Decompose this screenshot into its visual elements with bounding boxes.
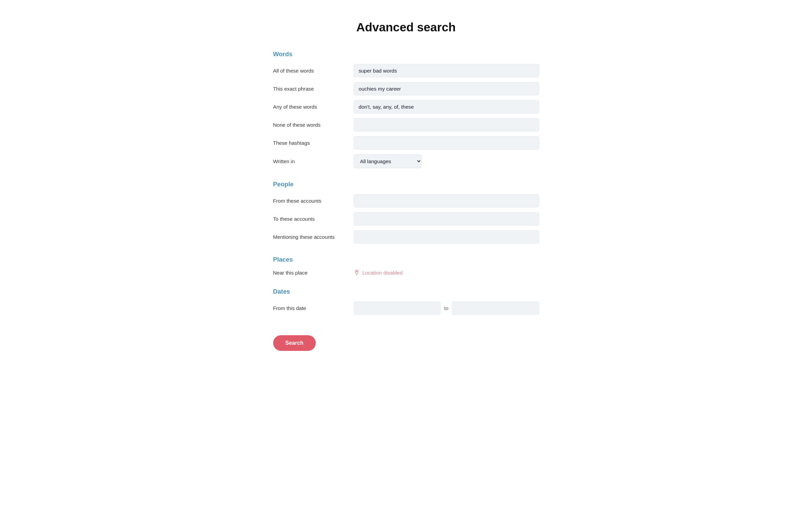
date-separator: to [444,305,448,311]
to-these-accounts-label: To these accounts [273,216,348,222]
places-section: Places Near this place Location disabled [273,256,539,275]
dates-section-heading: Dates [273,288,539,295]
all-of-these-words-label: All of these words [273,68,348,74]
date-from-input[interactable] [354,301,441,315]
to-these-accounts-row: To these accounts [273,212,539,226]
these-hashtags-input[interactable] [354,136,539,150]
from-these-accounts-input[interactable] [354,194,539,208]
near-this-place-label: Near this place [273,270,348,275]
from-this-date-row: From this date to [273,301,539,315]
written-in-select[interactable]: All languages English Spanish French Ger… [354,154,422,168]
words-section: Words All of these words This exact phra… [273,50,539,168]
location-disabled-indicator: Location disabled [354,269,403,275]
all-of-these-words-row: All of these words [273,64,539,77]
all-of-these-words-input[interactable] [354,64,539,77]
written-in-row: Written in All languages English Spanish… [273,154,539,168]
any-of-these-words-row: Any of these words [273,100,539,114]
this-exact-phrase-label: This exact phrase [273,86,348,92]
any-of-these-words-label: Any of these words [273,104,348,110]
near-this-place-row: Near this place Location disabled [273,269,539,275]
none-of-these-words-input[interactable] [354,118,539,132]
from-these-accounts-row: From these accounts [273,194,539,208]
these-hashtags-row: These hashtags [273,136,539,150]
words-section-heading: Words [273,50,539,58]
from-this-date-label: From this date [273,305,348,311]
any-of-these-words-input[interactable] [354,100,539,114]
location-pin-icon [354,269,360,275]
mentioning-these-accounts-label: Mentioning these accounts [273,234,348,240]
people-section-heading: People [273,181,539,188]
date-to-input[interactable] [452,301,539,315]
this-exact-phrase-input[interactable] [354,82,539,95]
dates-section: Dates From this date to [273,288,539,315]
page-title: Advanced search [273,20,539,34]
these-hashtags-label: These hashtags [273,140,348,146]
search-button[interactable]: Search [273,335,316,351]
written-in-label: Written in [273,159,348,164]
mentioning-these-accounts-input[interactable] [354,230,539,244]
from-these-accounts-label: From these accounts [273,198,348,204]
to-these-accounts-input[interactable] [354,212,539,226]
page-container: Advanced search Words All of these words… [273,20,539,500]
this-exact-phrase-row: This exact phrase [273,82,539,95]
none-of-these-words-label: None of these words [273,122,348,128]
date-inputs: to [354,301,539,315]
people-section: People From these accounts To these acco… [273,181,539,244]
svg-point-0 [356,271,357,272]
mentioning-these-accounts-row: Mentioning these accounts [273,230,539,244]
none-of-these-words-row: None of these words [273,118,539,132]
location-disabled-text: Location disabled [363,270,403,275]
places-section-heading: Places [273,256,539,264]
